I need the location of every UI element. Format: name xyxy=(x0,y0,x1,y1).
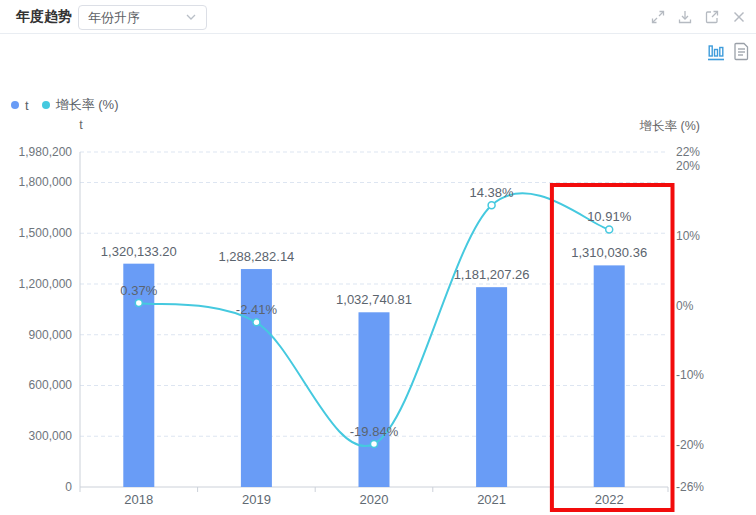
bar-value-label: 1,310,030.36 xyxy=(571,245,647,260)
x-axis-label-2021: 2021 xyxy=(477,492,506,507)
left-axis-tick-label: 1,800,000 xyxy=(19,175,73,189)
right-axis-tick-label: 22% xyxy=(676,145,700,159)
right-axis-tick-label: -10% xyxy=(676,368,704,382)
right-axis-tick-label: -26% xyxy=(676,480,704,494)
right-axis-tick-label: 10% xyxy=(676,229,700,243)
x-axis-label-2020: 2020 xyxy=(360,492,389,507)
x-axis-label-2019: 2019 xyxy=(242,492,271,507)
line-point-2018[interactable] xyxy=(135,299,142,306)
bar-2022[interactable] xyxy=(594,265,625,487)
left-axis-tick-label: 0 xyxy=(65,480,72,494)
line-value-label: 0.37% xyxy=(120,283,157,298)
left-axis-tick-label: 1,980,200 xyxy=(19,145,73,159)
bar-value-label: 1,032,740.81 xyxy=(336,292,412,307)
left-axis-tick-label: 900,000 xyxy=(29,328,73,342)
line-point-2021[interactable] xyxy=(488,202,495,209)
bar-2020[interactable] xyxy=(359,312,390,487)
right-axis-tick-label: -20% xyxy=(676,438,704,452)
bar-2021[interactable] xyxy=(476,287,507,487)
bar-value-label: 1,320,133.20 xyxy=(101,244,177,259)
line-value-label: 14.38% xyxy=(470,185,515,200)
x-axis-label-2018: 2018 xyxy=(124,492,153,507)
left-axis-tick-label: 1,200,000 xyxy=(19,277,73,291)
line-point-2019[interactable] xyxy=(253,319,260,326)
left-axis-tick-label: 1,500,000 xyxy=(19,226,73,240)
line-value-label: -2.41% xyxy=(236,302,278,317)
trend-chart: 1,980,2001,800,0001,500,0001,200,000900,… xyxy=(0,0,756,515)
right-axis-tick-label: 20% xyxy=(676,159,700,173)
left-axis-tick-label: 600,000 xyxy=(29,378,73,392)
line-value-label: 10.91% xyxy=(587,209,632,224)
line-point-2022[interactable] xyxy=(606,226,613,233)
bar-value-label: 1,288,282.14 xyxy=(218,249,294,264)
left-axis-tick-label: 300,000 xyxy=(29,429,73,443)
line-point-2020[interactable] xyxy=(371,441,378,448)
right-axis-tick-label: 0% xyxy=(676,299,694,313)
line-value-label: -19.84% xyxy=(350,424,399,439)
x-axis-label-2022: 2022 xyxy=(595,492,624,507)
bar-value-label: 1,181,207.26 xyxy=(454,267,530,282)
